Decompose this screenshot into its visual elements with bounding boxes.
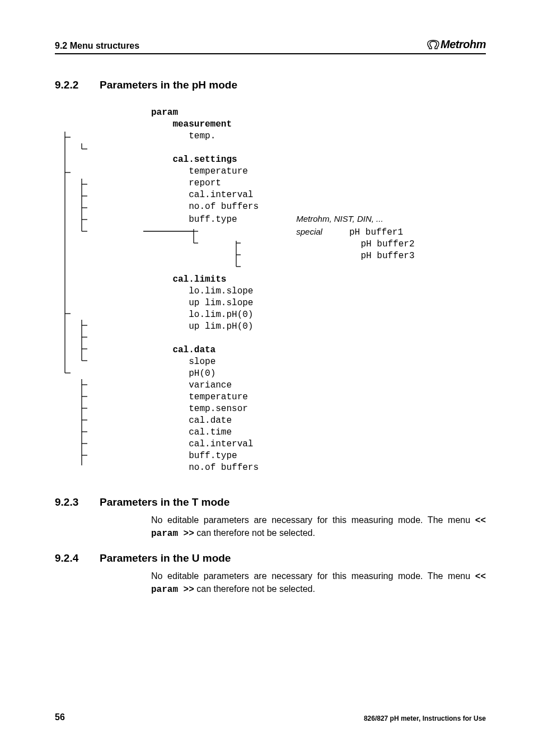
section-922: 9.2.2 Parameters in the pH mode bbox=[55, 79, 486, 91]
tree-callimits-uplimph0: up lim.pH(0) bbox=[189, 321, 253, 332]
tree-caldata-bufftype: buff.type bbox=[189, 451, 237, 461]
tree-root: param bbox=[151, 108, 178, 118]
brand-text: Metrohm bbox=[441, 38, 486, 51]
tree-caldata-caldate: cal.date bbox=[189, 416, 232, 426]
tree-calsettings-temperature: temperature bbox=[189, 166, 248, 176]
body-text-b: can therefore not be selected. bbox=[194, 528, 315, 538]
section-title: Parameters in the T mode bbox=[100, 496, 229, 508]
tree-special-buffer2: pH buffer2 bbox=[360, 239, 414, 249]
section-924-body: No editable parameters are necessary for… bbox=[151, 570, 486, 596]
page-footer: 56 826/827 pH meter, Instructions for Us… bbox=[55, 712, 486, 722]
tree-caldata-variance: variance bbox=[189, 380, 232, 390]
section-number: 9.2.3 bbox=[55, 496, 86, 508]
body-text-a: No editable parameters are necessary for… bbox=[151, 571, 475, 581]
tree-callimits-lolimslope: lo.lim.slope bbox=[189, 286, 253, 296]
tree-special-buffer3: pH buffer3 bbox=[360, 251, 414, 261]
tree-caldata-calinterval: cal.interval bbox=[189, 439, 253, 449]
tree-caldata-noofbuffers: no.of buffers bbox=[189, 463, 259, 473]
section-number: 9.2.4 bbox=[55, 552, 86, 564]
tree-special-buffer1: pH buffer1 bbox=[349, 227, 403, 237]
page-number: 56 bbox=[55, 712, 65, 722]
tree-caldata-tempsensor: temp.sensor bbox=[189, 404, 248, 414]
tree-callimits-lolimph0: lo.lim.pH(0) bbox=[189, 310, 253, 320]
section-924: 9.2.4 Parameters in the U mode bbox=[55, 552, 486, 564]
tree-caldata-slope: slope bbox=[189, 357, 216, 367]
page-header: 9.2 Menu structures Metrohm bbox=[55, 38, 486, 54]
tree-measurement-temp: temp. bbox=[189, 131, 216, 141]
section-923-body: No editable parameters are necessary for… bbox=[151, 514, 486, 540]
metrohm-omega-icon bbox=[427, 40, 439, 50]
section-923: 9.2.3 Parameters in the T mode bbox=[55, 496, 486, 508]
brand-logo: Metrohm bbox=[427, 38, 486, 51]
tree-caldata-ph0: pH(0) bbox=[189, 368, 216, 379]
tree-calsettings-report: report bbox=[189, 178, 221, 188]
section-title: Parameters in the pH mode bbox=[100, 79, 237, 91]
section-title: Parameters in the U mode bbox=[100, 552, 231, 564]
body-text-a: No editable parameters are necessary for… bbox=[151, 515, 475, 525]
section-breadcrumb: 9.2 Menu structures bbox=[55, 41, 139, 51]
tree-calsettings-bufftype: buff.type bbox=[189, 214, 237, 225]
document-title: 826/827 pH meter, Instructions for Use bbox=[364, 715, 486, 722]
tree-bufftype-special: special bbox=[296, 227, 322, 236]
tree-callimits-uplimslope: up lim.slope bbox=[189, 298, 253, 308]
body-text-b: can therefore not be selected. bbox=[194, 584, 315, 594]
tree-calsettings-noofbuffers: no.of buffers bbox=[189, 202, 259, 212]
menu-tree: param measurement temp. cal.settings tem… bbox=[55, 107, 486, 474]
tree-callimits: cal.limits bbox=[172, 274, 226, 284]
tree-calsettings: cal.settings bbox=[172, 155, 237, 165]
tree-caldata-temperature: temperature bbox=[189, 392, 248, 402]
tree-measurement: measurement bbox=[172, 119, 232, 129]
tree-calsettings-calinterval: cal.interval bbox=[189, 190, 253, 200]
section-number: 9.2.2 bbox=[55, 79, 86, 91]
tree-bufftype-presets: Metrohm, NIST, DIN, ... bbox=[296, 214, 383, 223]
menu-tree-text: param measurement temp. cal.settings tem… bbox=[151, 107, 486, 474]
tree-caldata-caltime: cal.time bbox=[189, 427, 232, 437]
tree-caldata: cal.data bbox=[172, 345, 216, 355]
